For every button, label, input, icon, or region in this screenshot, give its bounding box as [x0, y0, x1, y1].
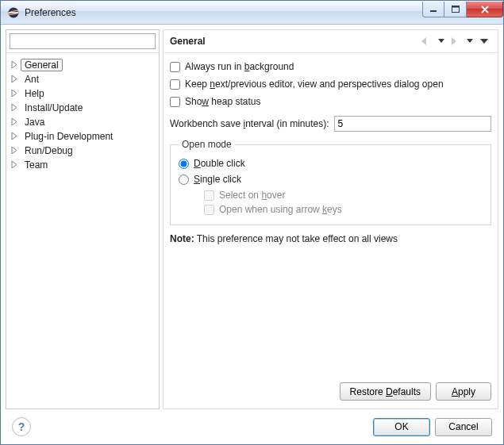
tree-item-help[interactable]: Help	[10, 86, 156, 101]
restore-defaults-button[interactable]: Restore Defaults	[340, 382, 431, 401]
open-mode-legend: Open mode	[179, 139, 235, 150]
preference-tree[interactable]: General Ant Help Install/Update	[6, 53, 159, 409]
checkbox-label: Always run in background	[185, 61, 294, 72]
open-arrow-keys-input	[204, 205, 214, 215]
checkbox-label: Keep next/previous editor, view and pers…	[185, 79, 444, 90]
tree-item-label: Ant	[21, 73, 43, 86]
show-heap-input[interactable]	[170, 97, 180, 107]
content-header: General	[164, 30, 498, 53]
tree-item-label: Team	[21, 159, 52, 171]
keep-editors-checkbox[interactable]: Keep next/previous editor, view and pers…	[170, 77, 491, 91]
tree-item-ant[interactable]: Ant	[10, 72, 156, 86]
tree-item-team[interactable]: Team	[10, 158, 156, 172]
tree-item-general[interactable]: General	[10, 58, 156, 72]
cancel-button[interactable]: Cancel	[435, 418, 492, 436]
filter-box	[6, 30, 159, 53]
tree-item-label: Plug-in Development	[21, 130, 117, 143]
expand-icon[interactable]	[11, 118, 18, 125]
save-interval-input[interactable]	[334, 116, 491, 132]
client-area: General Ant Help Install/Update	[1, 25, 503, 444]
app-icon	[7, 6, 20, 19]
back-menu-button[interactable]	[434, 35, 448, 48]
tree-item-install-update[interactable]: Install/Update	[10, 101, 156, 115]
content-body: Always run in background Keep next/previ…	[164, 53, 498, 378]
tree-item-java[interactable]: Java	[10, 115, 156, 129]
titlebar[interactable]: Preferences	[1, 1, 503, 25]
apply-button[interactable]: Apply	[436, 382, 491, 401]
checkbox-label: Select on hover	[219, 190, 285, 201]
page-title: General	[170, 36, 420, 47]
content-pane: General Always run in background Keep ne…	[163, 29, 498, 409]
select-on-hover-input	[204, 190, 214, 201]
forward-menu-button[interactable]	[463, 35, 477, 48]
back-button[interactable]	[420, 35, 434, 48]
checkbox-label: Show heap status	[185, 96, 260, 107]
tree-item-label: Install/Update	[21, 102, 87, 114]
expand-icon[interactable]	[11, 147, 18, 154]
radio-label: Double click	[194, 158, 245, 169]
note-text: Note: This preference may not take effec…	[170, 233, 491, 244]
svg-rect-3	[430, 10, 437, 12]
tree-item-label: Java	[21, 116, 48, 129]
tree-item-plugin-dev[interactable]: Plug-in Development	[10, 129, 156, 144]
filter-input[interactable]	[10, 33, 156, 49]
expand-icon[interactable]	[11, 161, 18, 168]
sidebar: General Ant Help Install/Update	[6, 29, 160, 409]
preferences-window: Preferences General Ant	[0, 0, 504, 445]
open-arrow-keys-checkbox: Open when using arrow keys	[204, 202, 483, 217]
view-menu-button[interactable]	[477, 35, 491, 48]
select-on-hover-checkbox: Select on hover	[204, 188, 483, 202]
tree-item-run-debug[interactable]: Run/Debug	[10, 144, 156, 158]
checkbox-label: Open when using arrow keys	[219, 204, 342, 215]
help-button[interactable]: ?	[12, 417, 31, 436]
save-interval-label: Workbench save interval (in minutes):	[170, 118, 329, 129]
open-mode-group: Open mode Double click Single click Sele…	[170, 139, 491, 225]
window-controls	[422, 2, 503, 17]
show-heap-checkbox[interactable]: Show heap status	[170, 94, 491, 109]
expand-icon[interactable]	[11, 104, 18, 111]
window-title: Preferences	[25, 7, 422, 18]
tree-item-label: Help	[21, 87, 48, 100]
content-footer: Restore Defaults Apply	[164, 378, 498, 409]
tree-item-label: Run/Debug	[21, 144, 77, 157]
svg-rect-2	[9, 12, 18, 13]
single-click-input[interactable]	[179, 175, 189, 185]
expand-icon[interactable]	[11, 132, 18, 140]
dialog-button-bar: ? OK Cancel	[4, 411, 500, 444]
forward-button[interactable]	[448, 35, 463, 48]
double-click-input[interactable]	[179, 159, 189, 169]
expand-icon[interactable]	[11, 90, 18, 97]
expand-icon[interactable]	[11, 75, 18, 82]
save-interval-row: Workbench save interval (in minutes):	[170, 115, 491, 132]
tree-item-label: General	[21, 59, 63, 71]
always-run-bg-checkbox[interactable]: Always run in background	[170, 59, 491, 74]
expand-icon[interactable]	[11, 61, 18, 68]
single-click-radio[interactable]: Single click	[179, 172, 483, 186]
always-run-bg-input[interactable]	[170, 62, 180, 72]
minimize-button[interactable]	[422, 2, 444, 17]
svg-rect-5	[452, 6, 459, 7]
double-click-radio[interactable]: Double click	[179, 156, 483, 171]
maximize-button[interactable]	[444, 2, 467, 17]
close-button[interactable]	[467, 2, 503, 17]
keep-editors-input[interactable]	[170, 79, 180, 90]
ok-button[interactable]: OK	[373, 418, 430, 436]
radio-label: Single click	[194, 174, 241, 185]
